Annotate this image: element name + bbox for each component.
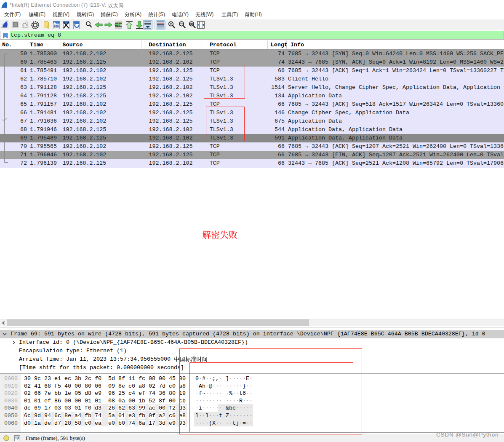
svg-text:010: 010	[54, 25, 59, 28]
